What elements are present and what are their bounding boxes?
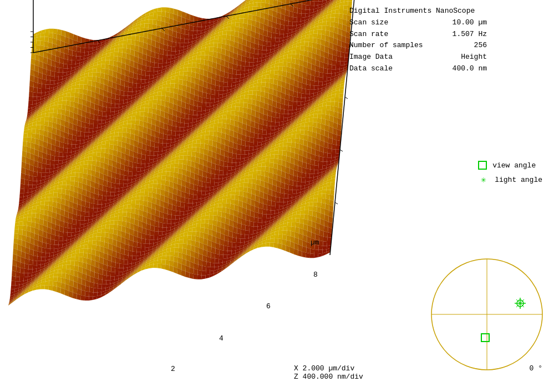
- angle-circle-container: [426, 253, 548, 375]
- light-angle-icon: ✳: [478, 174, 489, 185]
- svg-rect-9: [481, 334, 489, 342]
- degree-label: 0 °: [530, 364, 542, 373]
- axis-label-4: 4: [219, 334, 223, 343]
- legend: view angle ✳ light angle: [478, 161, 542, 190]
- axis-label-6: 6: [266, 302, 271, 310]
- scale-info: X 2.000 µm/div Z 400.000 nm/div: [294, 364, 363, 381]
- z-scale-label: Z 400.000 nm/div: [294, 373, 363, 381]
- axis-label-2: 2: [171, 365, 175, 373]
- right-panel: view angle ✳ light angle: [404, 0, 559, 392]
- main-container: Digital Instruments NanoScope Scan size …: [0, 0, 559, 392]
- angle-circle-svg: [426, 253, 548, 375]
- light-angle-item: ✳ light angle: [478, 174, 542, 185]
- x-scale-label: X 2.000 µm/div: [294, 364, 363, 373]
- axis-unit-label: µm: [311, 238, 319, 247]
- axis-label-8: 8: [313, 271, 318, 279]
- view-angle-icon: [478, 161, 487, 170]
- light-angle-label: light angle: [495, 176, 542, 184]
- view-angle-item: view angle: [478, 161, 542, 170]
- view-angle-label: view angle: [492, 161, 536, 170]
